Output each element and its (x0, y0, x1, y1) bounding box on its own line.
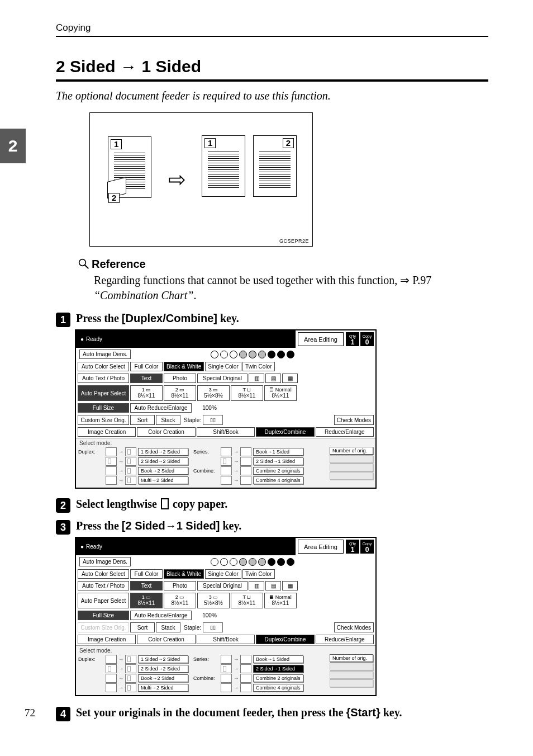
blank-button-1[interactable] (330, 455, 373, 463)
blank-button-2[interactable] (330, 464, 373, 471)
auto-color-select-button[interactable]: Auto Color Select (78, 569, 129, 579)
step-2: 2 Select lengthwise copy paper. (56, 498, 488, 511)
duplex-combine-tab[interactable]: Duplex/Combine (256, 427, 314, 437)
number-of-orig-button[interactable]: Number of orig. (330, 654, 373, 662)
stack-button[interactable]: Stack (156, 415, 180, 425)
auto-reduce-enlarge-button[interactable]: Auto Reduce/Enlarge (130, 403, 192, 413)
tray-5-button[interactable]: ≣ Normal8½×11 (264, 593, 297, 608)
full-color-button[interactable]: Full Color (130, 362, 163, 371)
heading-post: 1 Sided (141, 57, 201, 75)
staple-button[interactable]: ▯▯ (203, 622, 223, 632)
auto-image-density-button[interactable]: Auto Image Dens. (79, 349, 131, 359)
stack-button[interactable]: Stack (156, 622, 180, 632)
black-white-button[interactable]: Black & White (164, 362, 204, 371)
2sided-2sided-button[interactable]: 2 Sided→2 Sided (138, 665, 188, 673)
auto-color-select-button[interactable]: Auto Color Select (78, 362, 129, 371)
special-original-button[interactable]: Special Original (197, 374, 248, 383)
series-label: Series: (193, 656, 219, 662)
single-color-button[interactable]: Single Color (205, 362, 241, 371)
tray-4-button[interactable]: T ⊔8½×11 (231, 385, 263, 401)
shift-book-tab[interactable]: Shift/Book (197, 635, 255, 644)
2sided-2sided-button[interactable]: 2 Sided→2 Sided (138, 457, 188, 465)
orientation-c-button[interactable]: ▦ (282, 374, 298, 383)
full-size-button[interactable]: Full Size (78, 403, 129, 413)
svg-line-1 (85, 265, 89, 269)
single-color-button[interactable]: Single Color (205, 569, 241, 579)
tray-3-button[interactable]: 3 ▭5½×8½ (197, 593, 230, 608)
staple-label: Staple: (184, 625, 201, 631)
tray-3-button[interactable]: 3 ▭5½×8½ (197, 385, 230, 401)
orientation-a-button[interactable]: ▥ (249, 581, 264, 590)
tray-2-button[interactable]: 2 ▭8½×11 (164, 385, 196, 401)
heading-pre: 2 Sided (56, 57, 116, 75)
twin-color-button[interactable]: Twin Color (242, 569, 275, 579)
color-creation-tab[interactable]: Color Creation (137, 635, 195, 644)
auto-image-density-button[interactable]: Auto Image Dens. (79, 557, 131, 566)
sort-button[interactable]: Sort (130, 415, 155, 425)
2sided-1sided-button[interactable]: 2 Sided→1 Sided (253, 665, 303, 673)
density-scale[interactable] (133, 351, 372, 358)
duplex-combine-tab[interactable]: Duplex/Combine (256, 635, 314, 644)
auto-text-photo-button[interactable]: Auto Text / Photo (78, 581, 129, 590)
text-button[interactable]: Text (130, 581, 163, 590)
illus-label-2b: 2 (283, 138, 294, 148)
2sided-1sided-button[interactable]: 2 Sided→1 Sided (253, 457, 303, 465)
book-2sided-button[interactable]: Book→2 Sided (138, 467, 188, 475)
auto-text-photo-button[interactable]: Auto Text / Photo (78, 374, 129, 383)
sort-button[interactable]: Sort (130, 622, 155, 632)
book-2sided-button[interactable]: Book→2 Sided (138, 674, 188, 682)
1sided-2sided-button[interactable]: 1 Sided→2 Sided (138, 655, 188, 663)
orientation-c-button[interactable]: ▦ (282, 581, 298, 590)
tray-1-button[interactable]: 1 ▭8½×11 (130, 385, 163, 401)
photo-button[interactable]: Photo (164, 374, 196, 383)
running-header: Copying (56, 22, 488, 37)
density-scale[interactable] (133, 558, 372, 566)
book-1sided-button[interactable]: Book→1 Sided (253, 448, 303, 456)
number-of-orig-button[interactable]: Number of orig. (330, 447, 373, 455)
combine-2-button[interactable]: Combine 2 originals (253, 467, 303, 475)
combine-4-button[interactable]: Combine 4 originals (253, 476, 303, 484)
area-editing-button[interactable]: Area Editing (298, 332, 344, 346)
full-size-button[interactable]: Full Size (78, 611, 129, 620)
multi-2sided-button[interactable]: Multi→2 Sided (138, 684, 188, 692)
shift-book-tab[interactable]: Shift/Book (197, 427, 255, 437)
twin-color-button[interactable]: Twin Color (242, 362, 275, 371)
image-creation-tab[interactable]: Image Creation (78, 427, 136, 437)
blank-button-2[interactable] (330, 671, 373, 679)
combine-4-button[interactable]: Combine 4 originals (253, 684, 303, 692)
tray-4-button[interactable]: T ⊔8½×11 (231, 593, 263, 608)
reduce-enlarge-tab[interactable]: Reduce/Enlarge (316, 635, 374, 644)
staple-button[interactable]: ▯▯ (203, 415, 223, 425)
check-modes-button[interactable]: Check Modes (334, 415, 374, 425)
illus-label-2a: 2 (108, 193, 120, 203)
blank-button-3[interactable] (330, 472, 373, 480)
multi-2sided-button[interactable]: Multi→2 Sided (138, 476, 188, 484)
full-color-button[interactable]: Full Color (130, 569, 163, 579)
blank-button-3[interactable] (330, 679, 373, 687)
auto-paper-select-button[interactable]: Auto Paper Select (78, 593, 129, 608)
photo-button[interactable]: Photo (164, 581, 196, 590)
orientation-b-button[interactable]: ▤ (265, 581, 281, 590)
blank-button-1[interactable] (330, 663, 373, 670)
duplex-label: Duplex: (78, 656, 104, 662)
black-white-button[interactable]: Black & White (164, 569, 204, 579)
combine-2-button[interactable]: Combine 2 originals (253, 674, 303, 682)
tray-2-button[interactable]: 2 ▭8½×11 (164, 593, 196, 608)
auto-reduce-enlarge-button[interactable]: Auto Reduce/Enlarge (130, 611, 192, 620)
color-creation-tab[interactable]: Color Creation (137, 427, 195, 437)
tray-1-button[interactable]: 1 ▭8½×11 (130, 593, 163, 608)
image-creation-tab[interactable]: Image Creation (78, 635, 136, 644)
special-original-button[interactable]: Special Original (197, 581, 248, 590)
book-1sided-button[interactable]: Book→1 Sided (253, 655, 303, 663)
portrait-icon (161, 498, 169, 509)
orientation-a-button[interactable]: ▥ (249, 374, 264, 383)
reduce-enlarge-tab[interactable]: Reduce/Enlarge (316, 427, 374, 437)
1sided-2sided-button[interactable]: 1 Sided→2 Sided (138, 448, 188, 456)
check-modes-button[interactable]: Check Modes (334, 622, 374, 632)
text-button[interactable]: Text (130, 374, 163, 383)
tray-5-button[interactable]: ≣ Normal8½×11 (264, 385, 297, 401)
area-editing-button[interactable]: Area Editing (298, 540, 344, 554)
orientation-b-button[interactable]: ▤ (265, 374, 281, 383)
custom-size-orig-button[interactable]: Custom Size Orig. (78, 415, 129, 425)
auto-paper-select-button[interactable]: Auto Paper Select (78, 385, 129, 401)
